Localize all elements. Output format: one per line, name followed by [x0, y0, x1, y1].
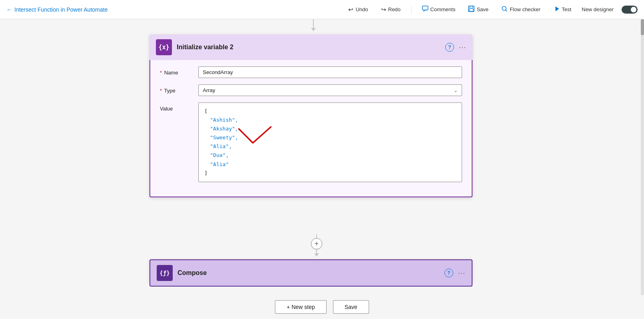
redo-label: Redo: [388, 6, 401, 12]
init-variable-card-body: * Name * Type Array ⌄ Value: [149, 60, 472, 197]
back-button[interactable]: ← Intersect Function in Power Automate: [6, 6, 108, 13]
comments-button[interactable]: Comments: [420, 4, 458, 15]
compose-more-icon: ···: [458, 269, 465, 277]
init-variable-card-header: {x} Initialize variable 2 ? ···: [149, 34, 472, 60]
separator-1: [411, 6, 412, 14]
compose-card-actions: ? ···: [444, 269, 465, 277]
test-button[interactable]: Test: [551, 4, 574, 15]
value-line-6: "Alia": [204, 160, 456, 169]
name-label: * Name: [160, 66, 192, 76]
compose-help-icon: ?: [447, 270, 450, 276]
bottom-save-button[interactable]: Save: [333, 300, 369, 314]
flow-checker-icon: [501, 6, 508, 13]
card-actions: ? ···: [445, 43, 466, 52]
red-checkmark-annotation: [235, 125, 275, 147]
name-field-row: * Name: [160, 66, 462, 78]
value-input[interactable]: [ "Ashish", "Akshay", "Sweety", "Alia", …: [198, 102, 462, 182]
redo-button[interactable]: ↪ Redo: [379, 4, 403, 15]
svg-rect-0: [422, 6, 428, 10]
undo-label: Undo: [355, 6, 368, 12]
connector-line-top: [316, 234, 317, 238]
type-value: Array: [203, 87, 215, 93]
help-button[interactable]: ?: [445, 43, 454, 52]
init-variable-title: Initialize variable 2: [177, 44, 440, 51]
compose-more-button[interactable]: ···: [458, 269, 465, 277]
compose-icon: {ƒ}: [157, 265, 173, 281]
name-input[interactable]: [198, 66, 462, 78]
type-label: * Type: [160, 84, 192, 94]
canvas: {x} Initialize variable 2 ? ··· * Name: [0, 19, 644, 319]
test-label: Test: [562, 6, 571, 12]
topbar-actions: ↩ Undo ↪ Redo Comments: [346, 4, 638, 15]
compose-help-button[interactable]: ?: [444, 269, 453, 277]
new-step-button[interactable]: + New step: [275, 300, 326, 314]
compose-card-header: {ƒ} Compose ? ···: [149, 259, 472, 287]
init-variable-card: {x} Initialize variable 2 ? ··· * Name: [149, 34, 472, 197]
comments-label: Comments: [430, 6, 456, 12]
bottom-bar: + New step Save: [0, 295, 644, 319]
top-connector: [311, 19, 316, 31]
new-designer-toggle[interactable]: [622, 6, 638, 14]
type-field-row: * Type Array ⌄: [160, 84, 462, 96]
scrollbar-thumb[interactable]: [641, 19, 644, 35]
topbar: ← Intersect Function in Power Automate ↩…: [0, 0, 644, 19]
value-line-1: "Ashish",: [204, 116, 456, 124]
value-bracket-close: ]: [204, 169, 456, 178]
flow-checker-label: Flow checker: [510, 6, 541, 12]
save-icon: [468, 6, 474, 13]
flow-checker-button[interactable]: Flow checker: [499, 4, 543, 15]
scrollbar[interactable]: [641, 19, 644, 319]
plus-icon: +: [315, 240, 319, 247]
redo-icon: ↪: [381, 6, 386, 13]
undo-icon: ↩: [348, 6, 353, 13]
add-step-button[interactable]: +: [311, 238, 322, 249]
new-designer-label: New designer: [582, 6, 614, 12]
back-arrow-icon: ←: [6, 6, 12, 13]
undo-button[interactable]: ↩ Undo: [346, 4, 370, 15]
connector-line-bottom: [316, 249, 317, 253]
value-field-row: Value [ "Ashish", "Akshay", "Sweety", "A…: [160, 102, 462, 182]
arrow-head: [314, 253, 319, 257]
new-step-label: + New step: [287, 304, 315, 310]
compose-card: {ƒ} Compose ? ···: [149, 259, 472, 282]
comment-icon: [422, 6, 428, 13]
more-icon: ···: [459, 43, 466, 51]
compose-title: Compose: [178, 269, 440, 277]
help-icon: ?: [448, 44, 451, 50]
more-options-button[interactable]: ···: [459, 43, 466, 52]
chevron-down-icon: ⌄: [454, 88, 458, 93]
value-label: Value: [160, 102, 192, 112]
svg-rect-3: [469, 9, 473, 11]
middle-connector: +: [311, 234, 322, 257]
init-variable-icon: {x}: [156, 39, 172, 55]
page-title: Intersect Function in Power Automate: [14, 6, 108, 13]
bottom-save-label: Save: [345, 304, 357, 310]
save-button[interactable]: Save: [466, 4, 491, 15]
test-icon: [553, 6, 560, 13]
value-line-5: "Dua",: [204, 151, 456, 160]
type-select[interactable]: Array ⌄: [198, 84, 462, 96]
value-bracket-open: [: [204, 107, 456, 116]
compose-icon-text: {ƒ}: [159, 270, 170, 276]
save-label: Save: [476, 6, 489, 12]
